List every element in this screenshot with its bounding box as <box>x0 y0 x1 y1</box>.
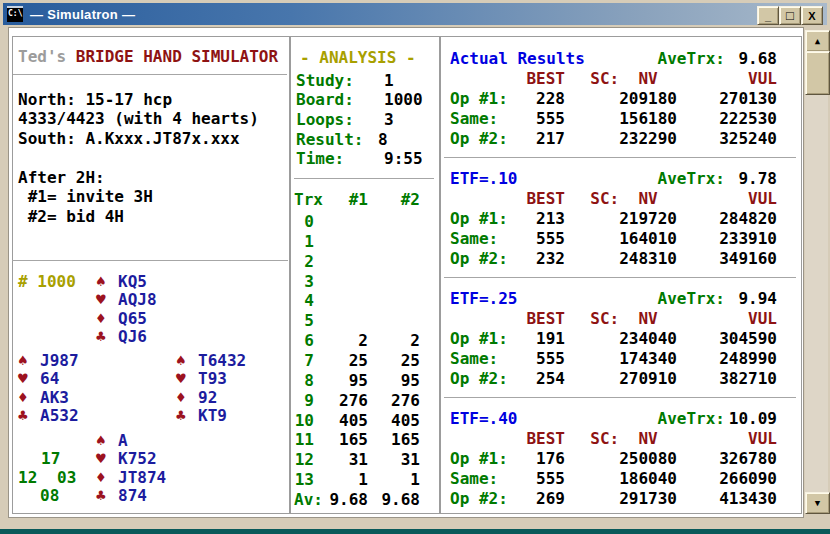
results-header: BESTSC: NV VUL <box>450 189 777 209</box>
analysis-title: - ANALYSIS - <box>300 48 416 68</box>
heart-icon: ♥ <box>176 369 186 389</box>
condition-line: #2= bid 4H <box>18 207 124 227</box>
south-diamonds: JT874 <box>118 468 166 488</box>
field-label: Time: <box>296 149 344 169</box>
section-title-row: ETF=.10AveTrx:9.78 <box>450 169 777 189</box>
col-vul: VUL <box>677 69 777 89</box>
diamond-icon: ♦ <box>96 468 106 488</box>
results-row: Same:555186040266090 <box>450 469 777 489</box>
trx-average-row: Av:9.689.68 <box>294 490 420 510</box>
west-hearts: 64 <box>40 369 59 389</box>
east-diamonds: 92 <box>198 388 217 408</box>
dos-prompt-icon: C:\ <box>7 6 23 22</box>
minimize-button[interactable]: _ <box>757 6 779 25</box>
col-vul: VUL <box>677 189 777 209</box>
divider <box>294 178 434 179</box>
section-title-row: ETF=.25AveTrx:9.94 <box>450 289 777 309</box>
trx-row: 11165165 <box>294 430 420 450</box>
east-hearts: T93 <box>198 369 227 389</box>
field-value: 3 <box>384 110 394 130</box>
south-clubs: 874 <box>118 486 147 506</box>
results-row: Same:555174340248990 <box>450 349 777 369</box>
avetrx-value: 9.78 <box>725 169 777 189</box>
board-number: # 1000 <box>18 272 76 292</box>
heart-icon: ♥ <box>18 369 28 389</box>
west-hcp: 12 <box>18 468 37 488</box>
scroll-up-icon: ▲ <box>815 36 820 46</box>
north-spades: KQ5 <box>118 272 147 292</box>
field-value: 1 <box>384 71 394 91</box>
app-title: Ted's BRIDGE HAND SIMULATOR <box>18 47 278 67</box>
section-title: ETF=.25 <box>450 289 658 309</box>
south-spades: A <box>118 431 128 451</box>
scroll-down-icon: ▼ <box>815 498 820 508</box>
results-row: Op #1:176250080326780 <box>450 449 777 469</box>
close-button[interactable]: X <box>801 6 823 25</box>
avetrx-label: AveTrx: <box>658 409 725 429</box>
avetrx-value: 9.68 <box>725 49 777 69</box>
col-best: BEST <box>505 69 565 89</box>
vertical-scrollbar[interactable]: ▲ ▼ <box>805 30 828 514</box>
trx-row: 2 <box>294 252 420 272</box>
north-clubs: QJ6 <box>118 327 147 347</box>
field-value: 9:55 <box>384 149 423 169</box>
scroll-up-button[interactable]: ▲ <box>805 30 830 52</box>
app-title-owner: Ted's <box>18 47 76 66</box>
field-label: Result: <box>296 130 363 150</box>
trx-row: 622 <box>294 331 420 351</box>
scrollbar-thumb[interactable] <box>805 51 830 95</box>
results-row: Op #1:213219720284820 <box>450 209 777 229</box>
col-sc-nv: SC: NV <box>565 69 677 89</box>
north-hearts: AQJ8 <box>118 290 157 310</box>
results-row: Same:555156180222530 <box>450 109 777 129</box>
trx-row: 9276276 <box>294 391 420 411</box>
results-header: BESTSC: NV VUL <box>450 69 777 89</box>
spade-icon: ♠ <box>96 431 106 451</box>
results-header: BESTSC: NV VUL <box>450 429 777 449</box>
col-sc-nv: SC: NV <box>565 309 677 329</box>
condition-line: 4333/4423 (with 4 hearts) <box>18 109 259 129</box>
trx-row: 89595 <box>294 371 420 391</box>
trx-col-1: #1 <box>314 190 368 210</box>
col-vul: VUL <box>677 429 777 449</box>
trx-row: 1 <box>294 232 420 252</box>
trx-row: 1311 <box>294 470 420 490</box>
field-label: Study: <box>296 71 354 91</box>
west-clubs: A532 <box>40 406 79 426</box>
north-hcp: 17 <box>41 449 60 469</box>
trx-row: 4 <box>294 291 420 311</box>
trx-row: 10405405 <box>294 411 420 431</box>
window-title: — Simulatron — <box>30 7 135 22</box>
trx-row: 0 <box>294 212 420 232</box>
results-row: Op #2:269291730413430 <box>450 489 777 509</box>
condition-line: #1= invite 3H <box>18 187 153 207</box>
trx-header: Trx#1#2 <box>294 190 420 210</box>
minimize-icon: _ <box>765 10 771 22</box>
avetrx-label: AveTrx: <box>658 49 725 69</box>
trx-col: Trx <box>294 190 314 210</box>
scroll-down-button[interactable]: ▼ <box>805 492 830 514</box>
trx-row: 72525 <box>294 351 420 371</box>
close-icon: X <box>808 10 815 22</box>
north-diamonds: Q65 <box>118 309 147 329</box>
avetrx-label: AveTrx: <box>658 169 725 189</box>
field-value: 8 <box>378 130 388 150</box>
field-value: 1000 <box>384 90 423 110</box>
app-title-main: BRIDGE HAND SIMULATOR <box>76 47 278 66</box>
maximize-icon: □ <box>786 8 794 23</box>
results-row: Same:555164010233910 <box>450 229 777 249</box>
desktop-edge <box>0 529 830 534</box>
results-header: BESTSC: NV VUL <box>450 309 777 329</box>
divider <box>444 157 796 158</box>
avetrx-value: 9.94 <box>725 289 777 309</box>
heart-icon: ♥ <box>96 449 106 469</box>
maximize-button[interactable]: □ <box>779 6 801 25</box>
club-icon: ♣ <box>96 486 106 506</box>
results-row: Op #2:217232290325240 <box>450 129 777 149</box>
section-title: Actual Results <box>450 49 658 69</box>
east-clubs: KT9 <box>198 406 227 426</box>
east-spades: T6432 <box>198 351 246 371</box>
south-hcp: 08 <box>40 486 59 506</box>
title-bar[interactable]: C:\ — Simulatron — <box>3 3 827 25</box>
condition-line: North: 15-17 hcp <box>18 90 172 110</box>
